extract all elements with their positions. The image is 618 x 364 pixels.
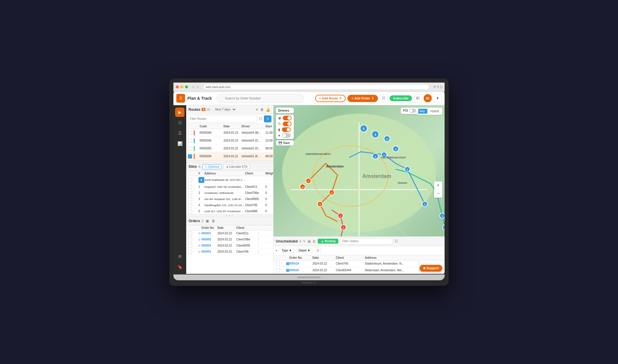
- toggle-switch-1[interactable]: [283, 116, 292, 120]
- routes-filter-input[interactable]: [188, 115, 257, 122]
- delete-icon[interactable]: 🗑: [312, 239, 316, 243]
- routes-bell-button[interactable]: 🔔: [265, 107, 271, 112]
- route-checkbox-1[interactable]: [188, 131, 192, 135]
- site-checkbox-5[interactable]: [188, 209, 192, 213]
- browser-back[interactable]: ‹: [191, 84, 195, 90]
- list-item[interactable]: ⁝ 5 s108 427, 1181 BT Amstelveen, Nether…: [186, 208, 273, 215]
- toggle-switch-3[interactable]: [282, 127, 291, 132]
- map-type-hybrid[interactable]: Hybrid: [428, 109, 441, 114]
- site-checkbox-1[interactable]: [188, 185, 192, 189]
- site-checkbox-2[interactable]: [188, 191, 192, 195]
- route-checkbox-4[interactable]: ✓: [188, 154, 192, 158]
- order-check-3[interactable]: [188, 244, 192, 248]
- order-check-2[interactable]: [188, 238, 192, 242]
- order-link-2[interactable]: 000005: [201, 238, 217, 241]
- poi-toggle[interactable]: POI: [401, 108, 418, 114]
- table-row[interactable]: R000008 2024.03.23 Vehicle04 (M... 11:00…: [186, 129, 273, 137]
- site-checkbox-4[interactable]: [188, 203, 192, 207]
- route-checkbox-3[interactable]: [188, 147, 192, 151]
- toggle-switch-4[interactable]: [282, 133, 291, 138]
- sidebar-orders-icon[interactable]: ☰: [175, 129, 184, 138]
- view-toggle-button[interactable]: ☷: [264, 115, 271, 122]
- list-item[interactable]: ⁝ 1 Hogewerf, 1082 NK Amsterdam, Nethe C…: [186, 184, 273, 190]
- depot-filter-button[interactable]: Depot ▼: [296, 248, 313, 253]
- grid-view-button[interactable]: ☷: [380, 94, 388, 102]
- drag-handle-1[interactable]: • • •: [186, 160, 273, 163]
- subscribe-button[interactable]: Subscribe: [390, 95, 412, 101]
- order-more-2[interactable]: ⋮: [257, 238, 260, 242]
- drag-handle-2[interactable]: • • •: [186, 215, 273, 217]
- avatar[interactable]: BI: [424, 94, 432, 102]
- save-button[interactable]: 💾 Save: [276, 140, 294, 146]
- copy-icon[interactable]: ▣: [308, 239, 311, 243]
- list-item[interactable]: ⁝ 2 Amstelveen, Netherlands Client786e 0: [186, 190, 273, 196]
- map-area[interactable]: 1 2 3 4 1 2 3: [274, 105, 445, 274]
- orders-delete-button[interactable]: 🗑: [211, 218, 216, 224]
- filter-icon-button[interactable]: ☷: [258, 116, 263, 122]
- add-route-button[interactable]: + Add Route ⇧: [315, 95, 346, 102]
- account-dropdown-button[interactable]: ▼: [434, 94, 442, 102]
- toggle-switch-2[interactable]: [283, 122, 292, 126]
- routing-button[interactable]: ▲ Routing: [318, 239, 338, 244]
- order-more-1[interactable]: ⋮: [257, 231, 260, 235]
- browser-minimize[interactable]: [180, 85, 183, 88]
- order-more-4[interactable]: ⋮: [257, 250, 260, 254]
- browser-forward[interactable]: ›: [196, 84, 200, 90]
- edit-icon[interactable]: ✎: [303, 239, 306, 243]
- order-check-1[interactable]: [188, 231, 192, 235]
- sidebar-settings-icon[interactable]: ⚙: [175, 252, 184, 261]
- search-input[interactable]: [216, 94, 304, 103]
- unsch-check-1[interactable]: [276, 262, 280, 266]
- order-link-3[interactable]: 000004: [201, 244, 217, 247]
- routes-delete-button[interactable]: 🗑: [260, 107, 264, 112]
- list-item[interactable]: ⁝ ■ Jozef Israëlskade 8d, 1072 RS Amster…: [186, 176, 273, 184]
- browser-add-tab-icon[interactable]: +: [437, 85, 439, 89]
- site-checkbox-3[interactable]: [188, 197, 192, 201]
- list-item[interactable]: ⁝ D 000003 2024.03.22 Client786 ⋮: [186, 249, 273, 255]
- unsch-orderno-2[interactable]: 000020: [289, 269, 312, 272]
- list-item[interactable]: ⁝ 3 Van der Hooplaan 331, 1186 WB Amste …: [186, 196, 273, 202]
- map-type-map[interactable]: Map: [417, 109, 427, 114]
- support-button[interactable]: ⊕ Support: [420, 265, 442, 272]
- order-more-3[interactable]: ⋮: [257, 244, 260, 248]
- id-button[interactable]: ID: [414, 94, 422, 102]
- drivers-panel[interactable]: Drivers: [276, 108, 294, 113]
- view-grid-button[interactable]: ☷: [315, 247, 321, 254]
- table-row[interactable]: R000005 2024.03.22 Vehicle02 (D... 08:00…: [186, 145, 273, 153]
- order-link-4[interactable]: 000003: [201, 250, 217, 253]
- routes-clear-button[interactable]: ✕: [255, 107, 259, 112]
- zoom-out-button[interactable]: −: [434, 190, 442, 198]
- orders-copy-button[interactable]: ▣: [205, 218, 209, 224]
- sidebar-bookmark-icon[interactable]: 🔖: [175, 262, 184, 272]
- list-item[interactable]: ⁝ D 000004 2024.03.22 Client9005 ⋮: [186, 243, 273, 249]
- sidebar-routes-icon[interactable]: ☷: [175, 118, 184, 127]
- sidebar-reports-icon[interactable]: 📊: [175, 139, 184, 148]
- list-item[interactable]: ⁝ D 000019 2024.03.22 Client7h6 Stadionb…: [274, 260, 445, 267]
- order-link-1[interactable]: 000001: [201, 232, 217, 235]
- type-filter-button[interactable]: Type ▼: [279, 248, 294, 253]
- list-item[interactable]: ⁝ 4 Sandbergplein 122, 1181 ZX Amstelvee…: [186, 202, 273, 208]
- order-check-4[interactable]: [188, 250, 192, 254]
- browser-close[interactable]: [176, 85, 179, 88]
- list-item[interactable]: ⁝ D 000001 2024.03.22 Client011 ⋮: [186, 231, 273, 237]
- routes-date-filter[interactable]: Next 7 days: [212, 107, 237, 112]
- route-checkbox-2[interactable]: [188, 139, 192, 143]
- list-item[interactable]: ⁝ D 000020 2024.03.22 Client65444 Sloter…: [274, 267, 445, 274]
- list-item[interactable]: ⁝ D 000005 2024.03.22 Client786e ⋮: [186, 237, 273, 243]
- filter-icon-unscheduled[interactable]: ☷: [394, 239, 399, 244]
- poi-switch[interactable]: [409, 109, 416, 113]
- optimize-button[interactable]: ∿ Optimize: [202, 164, 222, 169]
- table-row[interactable]: R000006 2024.03.23 Vehicle03 (D... 10:00…: [186, 137, 273, 145]
- calculate-eta-button[interactable]: ● Calculate ETA: [224, 164, 250, 169]
- unsch-check-2[interactable]: [276, 268, 280, 272]
- filter-orders-input[interactable]: [340, 238, 393, 245]
- add-order-button[interactable]: + Add Order ⇧: [347, 95, 378, 102]
- browser-share-icon[interactable]: ↗: [433, 85, 436, 89]
- browser-sidebar-icon[interactable]: □: [440, 85, 442, 89]
- sidebar-toggle[interactable]: ☰: [176, 94, 185, 103]
- unsch-orderno-1[interactable]: 000019: [289, 262, 312, 265]
- browser-url-bar[interactable]: web.track-pod.com: [203, 84, 429, 90]
- table-row[interactable]: ✓ R000004 2024.03.22 Vehicle01 (K... 08:…: [186, 153, 273, 160]
- browser-maximize[interactable]: [185, 85, 188, 88]
- site-checkbox-depot[interactable]: [188, 178, 192, 182]
